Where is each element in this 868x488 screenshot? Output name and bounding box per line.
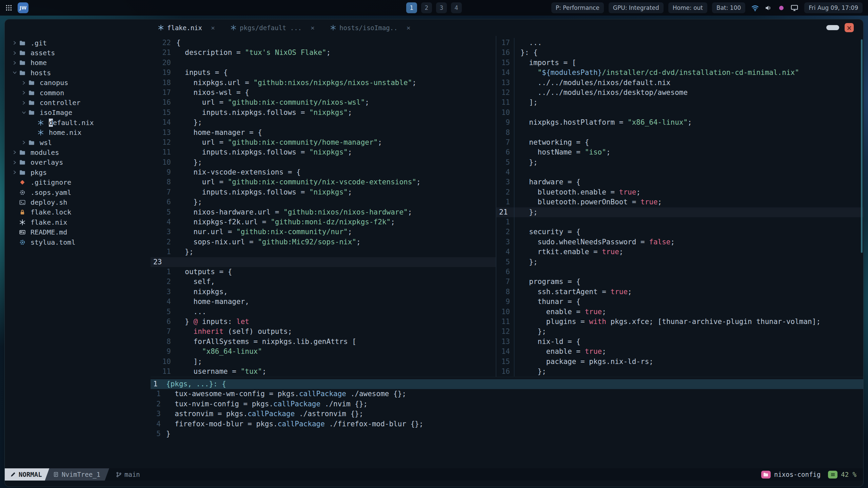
chevron-down-icon[interactable] [19,110,28,115]
tree-item-modules[interactable]: modules [5,147,151,157]
workspace-button-2[interactable]: 2 [421,2,432,13]
code-line: 10 enable = true; [496,307,863,317]
tree-item-assets[interactable]: assets [5,48,151,58]
chevron-right-icon[interactable] [19,90,28,95]
tree-item--sops-yaml[interactable]: .sops.yaml [5,187,151,197]
file-explorer[interactable]: .gitassetshomehostscanopuscommoncontroll… [5,36,151,468]
buffer-name[interactable]: NvimTree_1 [45,468,109,481]
topbar-status-group: P: PerformanceGPU: IntegratedHome: outBa… [551,2,746,13]
code-line: 2 tux-nvim-config = pkgs.callPackage ./n… [151,399,863,409]
window-controls: × [826,19,854,36]
code-line: 10 [496,108,863,118]
tree-item-label: isoImage [40,108,72,117]
chevron-right-icon[interactable] [10,170,19,175]
folder-open-icon [19,70,28,76]
tree-item-readme-md[interactable]: README.md [5,227,151,237]
tree-item-label: flake.nix [31,218,67,226]
line-number: 3 [496,177,510,187]
tab-close-icon[interactable]: × [311,24,315,32]
app-launcher-icon[interactable] [5,4,12,11]
line-number: 5 [151,429,161,439]
tree-item-isoimage[interactable]: isoImage [5,108,151,118]
topbar-status-item-0: P: Performance [551,2,604,13]
chevron-right-icon[interactable] [19,81,28,85]
tree-item-overlays[interactable]: overlays [5,158,151,167]
tab-close-icon[interactable]: × [211,24,215,32]
nix-snowflake-icon [330,25,336,30]
display-icon[interactable] [791,4,798,12]
editor-flake-nix[interactable]: 22{21 description = "tux's NixOS Flake";… [151,36,496,377]
chevron-right-icon[interactable] [10,41,19,45]
editor-hosts-isoimage-default-nix[interactable]: 17 ...16}: {15 imports = [14 "${modulesP… [496,36,863,377]
gutter-separator [514,367,514,377]
line-number: 10 [151,357,171,367]
window-toggle-pill[interactable] [826,25,839,30]
line-number: 1 [496,197,510,207]
tree-item-stylua-toml[interactable]: stylua.toml [5,237,151,247]
workspace-button-3[interactable]: 3 [436,2,447,13]
tree-item-controller[interactable]: controller [5,98,151,107]
gutter-separator [514,48,514,58]
editor-pkgs-default-nix[interactable]: 1{pkgs, ...}: {1 tux-awesome-wm-config =… [151,377,863,468]
line-number: 10 [151,158,171,167]
window-close-button[interactable]: × [845,23,854,32]
tree-item-flake-nix[interactable]: flake.nix [5,217,151,227]
code-line: 6 [496,267,863,277]
chevron-right-icon[interactable] [19,101,28,105]
wifi-icon[interactable] [751,4,759,12]
code-line: 11 plugins = with pkgs.xfce; [thunar-arc… [496,317,863,327]
gutter-separator [514,187,514,197]
code-line: 17 ... [496,38,863,48]
workspace-button-1[interactable]: 1 [406,2,417,13]
code-line: 12 }; [496,327,863,337]
chevron-down-icon[interactable] [10,70,19,75]
line-number: 6 [496,267,510,277]
tree-item--gitignore[interactable]: .gitignore [5,177,151,187]
tree-item-deploy-sh[interactable]: deploy.sh [5,197,151,207]
tree-item-wsl[interactable]: wsl [5,138,151,147]
recording-dot-icon[interactable] [778,5,785,11]
chevron-right-icon[interactable] [19,140,28,145]
tree-item-canopus[interactable]: canopus [5,78,151,88]
tree-item-common[interactable]: common [5,88,151,98]
clock: Fri Aug 09, 17:09 [804,2,863,13]
tree-item-default-nix[interactable]: default.nix [5,118,151,127]
folder-icon [28,140,38,146]
workspace-button-4[interactable]: 4 [451,2,462,13]
code-line: 12 url = "github:nix-community/home-mana… [151,138,496,147]
volume-icon[interactable] [765,4,772,12]
gutter-separator [514,38,514,48]
chevron-right-icon[interactable] [10,160,19,165]
app-badge[interactable]: JW [18,2,28,13]
scrollbar[interactable] [861,39,863,253]
tree-item-flake-lock[interactable]: flake.lock [5,207,151,217]
line-number: 1 [151,379,161,389]
tree-item-home[interactable]: home [5,58,151,68]
code-line: 11 inputs.nixpkgs.follows = "nixpkgs"; [151,147,496,157]
line-number: 18 [151,78,171,88]
tree-item-home-nix[interactable]: home.nix [5,128,151,138]
code-line: 21 description = "tux's NixOS Flake"; [151,48,496,58]
chevron-right-icon[interactable] [10,51,19,55]
chevron-right-icon[interactable] [10,150,19,155]
code-line: 2 security = { [496,227,863,237]
tree-item--git[interactable]: .git [5,38,151,48]
line-number: 10 [496,108,510,118]
tree-item-hosts[interactable]: hosts [5,68,151,78]
code-line: 1 outputs = { [151,267,496,277]
tab-close-icon[interactable]: × [407,24,411,32]
gutter-separator [514,227,514,237]
code-line: 5 nixos-hardware.url = "github:nixos/nix… [151,207,496,217]
gutter-separator [514,317,514,327]
chevron-right-icon[interactable] [10,61,19,65]
tab-flake-nix[interactable]: flake.nix× [158,24,215,32]
code-line: 7 inputs.nixpkgs.follows = "nixpkgs"; [151,187,496,197]
tab-pkgs-default-[interactable]: pkgs/default ...× [231,24,315,32]
code-line: 8 forAllSystems = nixpkgs.lib.genAttrs [ [151,337,496,347]
tab-hosts-isoimag-[interactable]: hosts/isoImag..× [330,24,411,32]
line-number: 3 [496,237,510,247]
tree-item-pkgs[interactable]: pkgs [5,167,151,177]
code-line: 7 programs = { [496,277,863,287]
gutter-separator [514,247,514,257]
tree-item-label: canopus [40,79,68,87]
